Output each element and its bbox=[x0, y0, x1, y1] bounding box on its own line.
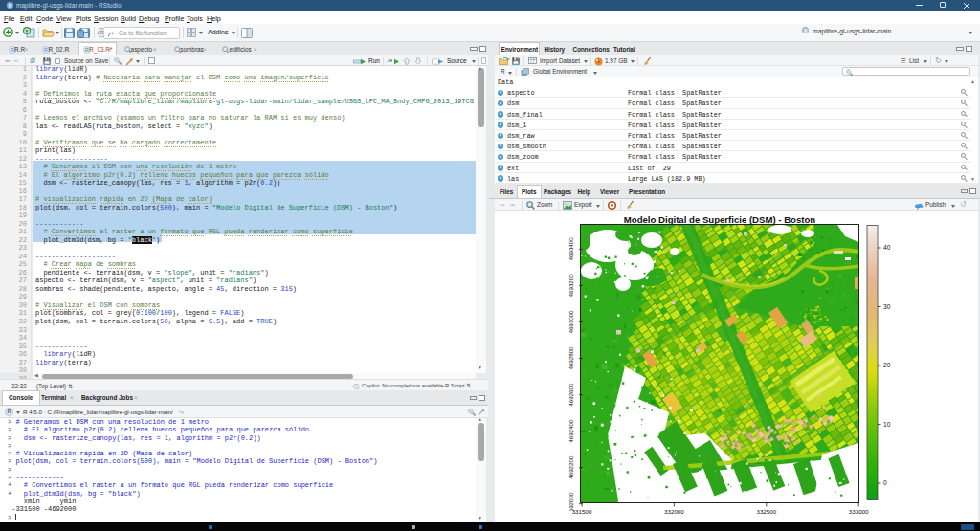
svg-text:332000: 332000 bbox=[664, 508, 684, 515]
svg-text:4692400: 4692400 bbox=[568, 419, 574, 443]
svg-text:332500: 332500 bbox=[756, 508, 776, 515]
svg-text:4693200: 4693200 bbox=[568, 274, 574, 298]
svg-text:331500: 331500 bbox=[572, 508, 592, 515]
svg-text:30: 30 bbox=[883, 303, 891, 310]
svg-text:4693400: 4693400 bbox=[568, 237, 574, 261]
svg-text:10: 10 bbox=[883, 421, 891, 428]
svg-text:4692200: 4692200 bbox=[568, 455, 574, 479]
svg-text:0: 0 bbox=[883, 479, 887, 486]
svg-text:4693000: 4693000 bbox=[568, 310, 574, 334]
svg-text:333000: 333000 bbox=[849, 508, 869, 515]
svg-text:4692600: 4692600 bbox=[568, 383, 574, 407]
svg-text:4692800: 4692800 bbox=[568, 346, 574, 370]
svg-text:20: 20 bbox=[883, 362, 891, 368]
svg-text:40: 40 bbox=[883, 244, 891, 251]
